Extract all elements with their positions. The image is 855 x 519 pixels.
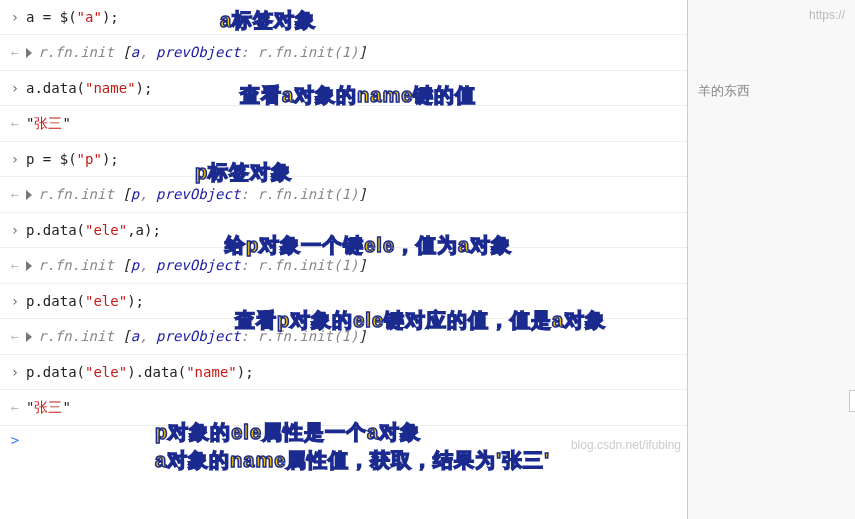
token-obj: , [139, 328, 156, 344]
token-bracket: ] [358, 44, 366, 60]
token-plain: p.data( [26, 222, 85, 238]
token-var: prevObject [156, 257, 240, 273]
token-string: "ele" [85, 222, 127, 238]
token-var: a [131, 44, 139, 60]
token-obj: r.fn.init [38, 328, 122, 344]
expand-triangle-icon[interactable] [26, 332, 32, 342]
console-output-row: ←"张三" [0, 106, 687, 142]
code-content: "张三" [26, 112, 683, 134]
token-plain: ); [102, 151, 119, 167]
output-indicator-icon: ← [4, 254, 26, 277]
token-bracket: [ [122, 328, 130, 344]
prompt-indicator: > [4, 432, 26, 448]
output-indicator-icon: ← [4, 112, 26, 135]
output-indicator-icon: ← [4, 396, 26, 419]
input-indicator-icon: › [4, 290, 26, 312]
output-indicator-icon: ← [4, 41, 26, 64]
code-content[interactable]: p = $("p"); [26, 148, 683, 170]
token-string: "name" [186, 364, 237, 380]
token-plain: ,a); [127, 222, 161, 238]
input-indicator-icon: › [4, 148, 26, 170]
regex-badge: /i [849, 390, 855, 412]
token-obj: r.fn.init [38, 44, 122, 60]
token-plain: ); [237, 364, 254, 380]
token-obj: r.fn.init [38, 257, 122, 273]
token-string: "name" [85, 80, 136, 96]
input-indicator-icon: › [4, 77, 26, 99]
token-var: prevObject [156, 186, 240, 202]
code-content[interactable]: a = $("a"); [26, 6, 683, 28]
token-string: "ele" [85, 364, 127, 380]
console-input-row: ›p.data("ele").data("name"); [0, 355, 687, 390]
console-output-row: ←r.fn.init [a, prevObject: r.fn.init(1)] [0, 319, 687, 355]
token-plain: a = $( [26, 9, 77, 25]
console-input-row: ›a.data("name"); [0, 71, 687, 106]
token-plain: a.data( [26, 80, 85, 96]
token-bracket: ] [358, 328, 366, 344]
token-plain: ); [127, 293, 144, 309]
token-result-str: 张三 [34, 399, 62, 415]
input-indicator-icon: › [4, 219, 26, 241]
token-var: p [131, 257, 139, 273]
token-plain: " [62, 399, 70, 415]
console-output-row: ←r.fn.init [p, prevObject: r.fn.init(1)] [0, 248, 687, 284]
token-bracket: [ [122, 257, 130, 273]
console-input-row: ›p.data("ele"); [0, 284, 687, 319]
side-url-hint: https:// [698, 8, 845, 22]
expand-triangle-icon[interactable] [26, 190, 32, 200]
token-obj: : r.fn.init(1) [240, 44, 358, 60]
console-panel: ›a = $("a");←r.fn.init [a, prevObject: r… [0, 0, 687, 454]
token-bracket: [ [122, 44, 130, 60]
watermark: blog.csdn.net/ifubing [571, 438, 681, 452]
input-indicator-icon: › [4, 6, 26, 28]
token-plain: " [62, 115, 70, 131]
code-content[interactable]: p.data("ele"); [26, 290, 683, 312]
token-plain: p.data( [26, 293, 85, 309]
console-input-row: ›a = $("a"); [0, 0, 687, 35]
code-content: "张三" [26, 396, 683, 418]
token-bracket: ] [358, 186, 366, 202]
code-content: r.fn.init [a, prevObject: r.fn.init(1)] [26, 41, 683, 63]
token-obj: , [139, 44, 156, 60]
console-output-row: ←r.fn.init [p, prevObject: r.fn.init(1)] [0, 177, 687, 213]
side-panel: https:// 羊的东西 /i [687, 0, 855, 519]
token-obj: : r.fn.init(1) [240, 328, 358, 344]
token-var: prevObject [156, 328, 240, 344]
token-obj: , [139, 257, 156, 273]
expand-triangle-icon[interactable] [26, 261, 32, 271]
console-output-row: ←"张三" [0, 390, 687, 426]
token-plain: p = $( [26, 151, 77, 167]
token-plain: ).data( [127, 364, 186, 380]
token-obj: : r.fn.init(1) [240, 186, 358, 202]
code-content: r.fn.init [p, prevObject: r.fn.init(1)] [26, 183, 683, 205]
expand-triangle-icon[interactable] [26, 48, 32, 58]
output-indicator-icon: ← [4, 183, 26, 206]
input-indicator-icon: › [4, 361, 26, 383]
code-content[interactable]: p.data("ele",a); [26, 219, 683, 241]
token-string: "a" [77, 9, 102, 25]
token-plain: p.data( [26, 364, 85, 380]
token-var: prevObject [156, 44, 240, 60]
console-output-row: ←r.fn.init [a, prevObject: r.fn.init(1)] [0, 35, 687, 71]
output-indicator-icon: ← [4, 325, 26, 348]
console-input-row: ›p.data("ele",a); [0, 213, 687, 248]
code-content[interactable]: p.data("ele").data("name"); [26, 361, 683, 383]
token-plain: ); [102, 9, 119, 25]
token-bracket: [ [122, 186, 130, 202]
token-plain: ); [136, 80, 153, 96]
console-input-row: ›p = $("p"); [0, 142, 687, 177]
token-string: "p" [77, 151, 102, 167]
token-obj: , [139, 186, 156, 202]
token-bracket: ] [358, 257, 366, 273]
code-content: r.fn.init [a, prevObject: r.fn.init(1)] [26, 325, 683, 347]
token-result-str: 张三 [34, 115, 62, 131]
token-obj: r.fn.init [38, 186, 122, 202]
token-var: p [131, 186, 139, 202]
code-content: r.fn.init [p, prevObject: r.fn.init(1)] [26, 254, 683, 276]
token-var: a [131, 328, 139, 344]
side-text: 羊的东西 [698, 82, 845, 100]
token-obj: : r.fn.init(1) [240, 257, 358, 273]
token-string: "ele" [85, 293, 127, 309]
code-content[interactable]: a.data("name"); [26, 77, 683, 99]
